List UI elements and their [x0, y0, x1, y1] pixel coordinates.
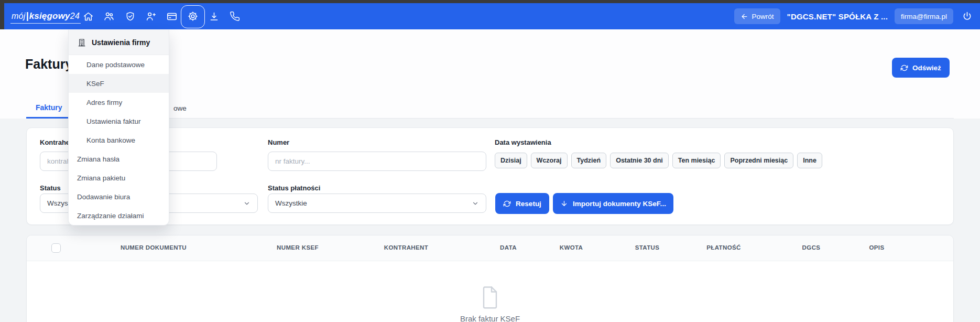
chevron-down-icon — [243, 200, 251, 207]
payment-status-label: Status płatności — [268, 184, 320, 192]
back-button[interactable]: Powrót — [734, 8, 780, 24]
import-ksef-button-label: Importuj dokumenty KSeF... — [573, 200, 666, 208]
settings-menu-item[interactable]: Adres firmy — [69, 93, 169, 112]
payment-status-select[interactable]: Wszystkie — [268, 194, 486, 213]
topbar-nav — [78, 3, 245, 29]
logo-divider: | — [26, 10, 28, 21]
topbar: mój|księgowy24 — [4, 3, 980, 29]
import-ksef-button[interactable]: Importuj dokumenty KSeF... — [553, 193, 673, 214]
account-email-label: firma@firma.pl — [901, 13, 947, 20]
invoices-table-panel: NUMER DOKUMENTUNUMER KSEFKONTRAHENTDATAK… — [26, 235, 954, 322]
table-column-header: STATUS — [635, 244, 660, 251]
table-column-header: DATA — [500, 244, 517, 251]
select-all-checkbox[interactable] — [51, 243, 61, 253]
date-filter-chips: DzisiajWczorajTydzieńOstatnie 30 dniTen … — [495, 153, 822, 168]
numer-label: Numer — [268, 138, 289, 146]
refresh-button[interactable]: Odśwież — [892, 58, 950, 78]
status-label: Status — [40, 184, 61, 192]
home-icon[interactable] — [78, 3, 99, 29]
company-name[interactable]: "DGCS.NET" SPÓŁKA Z ... — [787, 12, 888, 21]
refresh-icon — [503, 200, 511, 208]
download-icon[interactable] — [203, 3, 224, 29]
user-add-icon[interactable] — [140, 3, 161, 29]
settings-icon[interactable] — [182, 3, 203, 29]
settings-menu-header[interactable]: Ustawienia firmy — [69, 30, 169, 55]
refresh-button-label: Odśwież — [912, 64, 941, 72]
arrow-left-icon — [741, 13, 748, 20]
date-filter-chip[interactable]: Dzisiaj — [495, 153, 527, 168]
date-filter-chip[interactable]: Ostatnie 30 dni — [610, 153, 669, 168]
topbar-right: Powrót "DGCS.NET" SPÓŁKA Z ... firma@fir… — [734, 3, 974, 29]
chevron-down-icon — [472, 200, 479, 207]
payment-status-select-value: Wszystkie — [275, 199, 307, 207]
phone-icon[interactable] — [224, 3, 245, 29]
settings-menu-item[interactable]: Zmiana pakietu — [69, 168, 169, 187]
reset-button-label: Resetuj — [516, 200, 541, 208]
settings-menu-item[interactable]: KSeF — [69, 74, 169, 93]
numer-input[interactable] — [268, 152, 486, 171]
table-column-header: KONTRAHENT — [384, 244, 429, 251]
logo-prefix: mój — [12, 12, 25, 20]
settings-menu-item[interactable]: Zarządzanie działami — [69, 206, 169, 225]
settings-dropdown: Ustawienia firmy Dane podstawoweKSeFAdre… — [68, 30, 169, 226]
date-filter-chip[interactable]: Ten miesiąc — [672, 153, 721, 168]
table-column-header: NUMER DOKUMENTU — [121, 244, 187, 251]
empty-state-text: Brak faktur KSeF — [460, 314, 520, 322]
settings-menu-item[interactable]: Zmiana hasła — [69, 149, 169, 168]
back-button-label: Powrót — [752, 13, 774, 20]
empty-document-icon — [481, 285, 499, 312]
table-column-header: OPIS — [869, 244, 884, 251]
settings-menu-item[interactable]: Dodawanie biura — [69, 187, 169, 206]
table-column-header: NUMER KSEF — [277, 244, 319, 251]
window-chrome-left — [0, 0, 4, 29]
users-icon[interactable] — [99, 3, 119, 29]
app-logo[interactable]: mój|księgowy24 — [10, 3, 81, 29]
logo-main: księgowy — [29, 11, 70, 21]
table-header-row: NUMER DOKUMENTUNUMER KSEFKONTRAHENTDATAK… — [27, 235, 953, 261]
date-filter-chip[interactable]: Inne — [797, 153, 822, 168]
settings-menu-item[interactable]: Dane podstawowe — [69, 55, 169, 74]
account-email-button[interactable]: firma@firma.pl — [895, 8, 953, 24]
table-column-header: KWOTA — [560, 244, 583, 251]
shield-check-icon[interactable] — [119, 3, 140, 29]
settings-menu-item[interactable]: Ustawienia faktur — [69, 112, 169, 131]
settings-menu-items: Dane podstawoweKSeFAdres firmyUstawienia… — [69, 55, 169, 225]
credit-card-icon[interactable] — [161, 3, 182, 29]
reset-button[interactable]: Resetuj — [495, 193, 549, 214]
building-icon — [77, 38, 86, 47]
date-filter-chip[interactable]: Poprzedni miesiąc — [724, 153, 793, 168]
table-column-header: DGCS — [802, 244, 821, 251]
date-label: Data wystawienia — [495, 138, 551, 146]
arrow-down-icon — [560, 200, 568, 208]
tab[interactable]: Faktury — [26, 98, 72, 119]
table-column-header: PŁATNOŚĆ — [706, 244, 741, 251]
power-icon[interactable] — [960, 8, 974, 24]
date-filter-chip[interactable]: Wczoraj — [531, 153, 568, 168]
date-filter-chip[interactable]: Tydzień — [571, 153, 607, 168]
refresh-icon — [900, 64, 908, 72]
app-screen: mój|księgowy24 — [0, 0, 980, 322]
page-title: Faktury — [25, 57, 72, 72]
settings-menu-header-label: Ustawienia firmy — [92, 38, 150, 47]
settings-menu-item[interactable]: Konta bankowe — [69, 131, 169, 149]
